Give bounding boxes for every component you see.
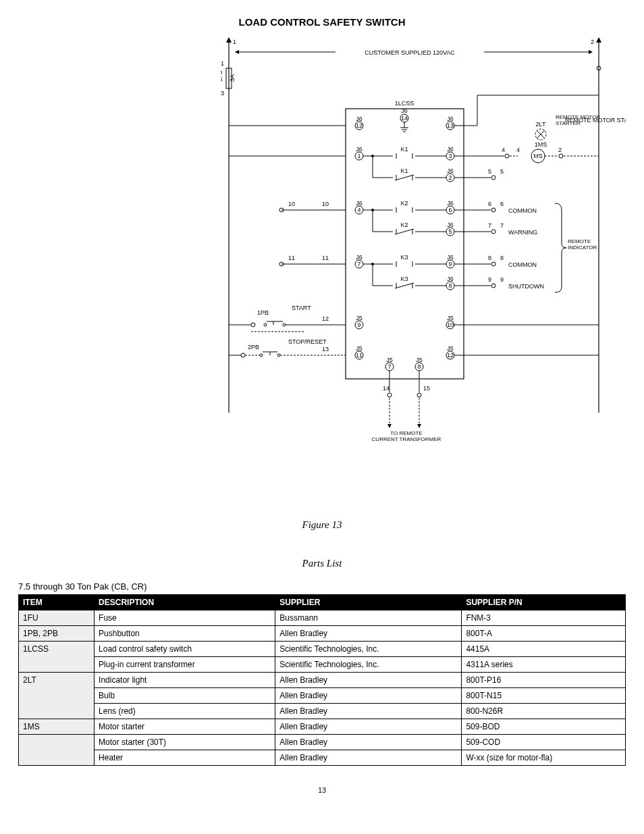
svg-text:6: 6 (500, 201, 504, 207)
terminal-j5-11: J5 11 (355, 345, 363, 359)
relay-k1-nc: K1 (400, 167, 408, 174)
fuse-rating: 3A (229, 74, 236, 82)
svg-text:9: 9 (448, 261, 452, 267)
relay-k1: K1 (400, 146, 408, 153)
terminal-j5-7: J5 7 (385, 357, 394, 371)
shutdown-label: SHUTDOWN (508, 283, 544, 290)
lt-label: 2LT (536, 121, 546, 128)
start-label: START (292, 305, 311, 311)
terminal-j6-14: J6 14 (400, 107, 408, 132)
relay-k3: K3 (400, 254, 408, 261)
svg-text:8: 8 (500, 255, 504, 261)
svg-text:3: 3 (448, 153, 452, 159)
figure-caption: Figure 13 (18, 519, 626, 531)
wire-15: 15 (423, 385, 430, 392)
wire-1b: 1 (221, 60, 224, 67)
svg-text:6: 6 (448, 207, 452, 213)
wire-9: 9 (488, 276, 491, 283)
wire-4b: 4 (516, 147, 520, 153)
svg-text:11: 11 (356, 352, 363, 359)
table-title: 7.5 through 30 Ton Pak (CB, CR) (18, 581, 626, 592)
svg-point-57 (491, 176, 495, 180)
svg-text:13: 13 (447, 122, 454, 129)
relay-k2: K2 (400, 200, 408, 207)
svg-text:8: 8 (417, 363, 421, 370)
svg-point-89 (371, 209, 374, 211)
start-button-ref: 1PB (257, 309, 269, 316)
wire-13: 13 (322, 346, 329, 353)
terminal-j6-12: J6 12 (355, 115, 363, 130)
wire-6: 6 (488, 201, 491, 207)
svg-point-41 (505, 154, 509, 158)
common-2: COMMON (508, 261, 537, 268)
table-row: 1FUFuse BussmannFNM-3 (19, 610, 626, 626)
terminal-j6-9: J6 9 (446, 254, 454, 268)
table-row: Plug-in current transformerScientific Te… (19, 657, 626, 673)
terminal-j6-2: J6 2 (446, 167, 454, 182)
wire-7: 7 (488, 222, 491, 229)
svg-point-156 (387, 393, 392, 397)
svg-point-159 (417, 393, 421, 397)
svg-text:12: 12 (447, 352, 454, 359)
wire-10: 10 (288, 201, 295, 207)
table-row: Lens (red)Allen Bradley800-N26R (19, 704, 626, 719)
svg-text:9: 9 (357, 321, 360, 328)
col-pn: SUPPLIER P/N (462, 595, 626, 610)
ms-ref: 1MS (535, 141, 547, 148)
wire-4: 4 (502, 147, 505, 153)
ct-label: TO REMOTECURRENT TRANSFORMER (356, 430, 457, 442)
page-number: 13 (18, 786, 626, 794)
svg-text:14: 14 (401, 115, 408, 122)
table-row: 2LTIndicator light Allen Bradley800T-P16 (19, 673, 626, 688)
svg-text:11: 11 (322, 255, 329, 261)
stop-label: STOP/RESET (288, 338, 327, 345)
module-label: 1LCSS (395, 100, 414, 107)
supply-label: CUSTOMER SUPPLIED 120VAC (365, 49, 455, 56)
svg-point-118 (371, 263, 374, 265)
parts-table: ITEM DESCRIPTION SUPPLIER SUPPLIER P/N 1… (18, 594, 626, 766)
svg-text:7: 7 (357, 261, 360, 267)
ms-coil: MS (533, 153, 543, 159)
remote-indicator-label: REMOTEINDICATOR (568, 238, 615, 251)
terminal-j5-10: J5 10 (446, 315, 454, 329)
terminal-j6-3: J6 3 (446, 146, 454, 160)
col-description: DESCRIPTION (95, 595, 275, 610)
wire-12: 12 (322, 315, 329, 322)
svg-text:12: 12 (356, 122, 363, 129)
svg-line-109 (395, 283, 414, 288)
col-supplier: SUPPLIER (275, 595, 462, 610)
stop-button-ref: 2PB (248, 344, 259, 350)
wire-5: 5 (488, 168, 491, 175)
svg-text:2: 2 (558, 147, 562, 153)
parts-caption: Parts List (18, 558, 626, 569)
terminal-j6-13: J6 13 (446, 115, 454, 130)
svg-point-115 (491, 284, 495, 288)
svg-marker-3 (596, 37, 601, 43)
terminal-j5-9: J5 9 (355, 315, 363, 329)
svg-text:7: 7 (387, 363, 391, 370)
diagram-title: LOAD CONTROL SAFETY SWITCH (18, 16, 626, 28)
table-row: HeaterAllen BradleyW-xx (size for motor-… (19, 750, 626, 766)
wire-8: 8 (488, 255, 491, 261)
terminal-j6-4: J6 4 (355, 200, 363, 214)
svg-line-51 (395, 175, 414, 180)
wire-14: 14 (383, 385, 390, 392)
wire-11: 11 (288, 255, 295, 261)
relay-k2-nc: K2 (400, 221, 408, 228)
svg-point-60 (371, 155, 374, 157)
svg-text:J6: J6 (401, 107, 408, 114)
terminal-j6-1: J6 1 (355, 146, 363, 160)
fuse-label: 1FU (221, 70, 223, 82)
svg-text:8: 8 (448, 282, 452, 289)
terminal-j5-12: J5 12 (446, 345, 454, 359)
table-row: 1MSMotor starter Allen Bradley509-BOD (19, 719, 626, 735)
svg-text:5: 5 (500, 168, 504, 175)
table-row: 1PB, 2PBPushbutton Allen Bradley800T-A (19, 626, 626, 642)
table-row: 1LCSSLoad control safety switch Scientif… (19, 642, 626, 657)
svg-text:10: 10 (322, 201, 329, 207)
terminal-j6-8: J6 8 (446, 276, 454, 290)
svg-point-137 (277, 354, 280, 357)
terminal-j5-8: J5 8 (415, 357, 423, 371)
svg-marker-1 (226, 37, 232, 43)
terminal-j6-5: J6 5 (446, 221, 454, 236)
